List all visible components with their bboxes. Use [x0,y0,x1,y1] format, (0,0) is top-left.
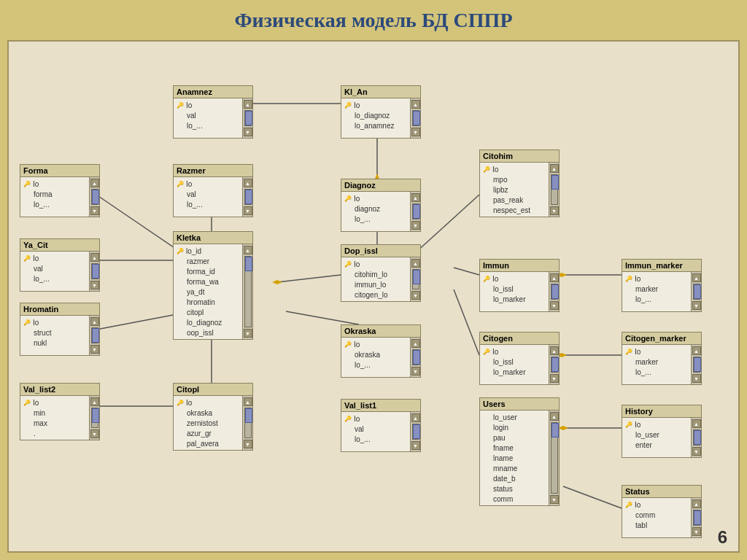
scroll-down-button[interactable]: ▼ [692,447,701,456]
scroll-thumb[interactable] [551,423,559,438]
scroll-thumb[interactable] [92,190,99,204]
table-scrollbar[interactable]: ▲▼ [691,272,701,311]
table-razmer[interactable]: Razmer🔑Iovallo_...▲▼ [173,164,253,217]
table-history[interactable]: History🔑Iolo_userenter▲▼ [622,405,702,458]
scroll-thumb[interactable] [551,357,559,372]
table-users[interactable]: Userslo_userloginpaufnamelnamemnamedate_… [479,397,560,506]
scroll-up-button[interactable]: ▲ [550,164,559,173]
scroll-up-button[interactable]: ▲ [692,499,701,508]
table-status[interactable]: Status🔑Iocommtabl▲▼ [622,485,702,538]
table-scrollbar[interactable]: ▲▼ [691,418,701,457]
scroll-thumb[interactable] [551,175,559,190]
scroll-thumb[interactable] [413,111,420,125]
table-hromatin[interactable]: Hromatin🔑Iostructnukl▲▼ [20,303,100,356]
scroll-up-button[interactable]: ▲ [411,193,420,202]
table-kl_an[interactable]: Kl_An🔑Iolo_diagnozlo_anamnez▲▼ [341,85,421,139]
table-dop_issl[interactable]: Dop_issl🔑Iocitohim_loimmun_locitogen_lo▲… [341,244,421,302]
scroll-up-button[interactable]: ▲ [244,179,252,187]
scroll-up-button[interactable]: ▲ [244,246,252,254]
table-anamnez[interactable]: Anamnez🔑Iovallo_...▲▼ [173,85,253,139]
table-immun_marker[interactable]: Immun_marker🔑Iomarkerlo_...▲▼ [622,259,702,312]
scroll-down-button[interactable]: ▼ [90,429,99,438]
scroll-down-button[interactable]: ▼ [692,527,701,536]
scroll-thumb[interactable] [245,111,252,125]
scroll-thumb[interactable] [694,284,701,299]
scroll-down-button[interactable]: ▼ [550,206,559,215]
scroll-up-button[interactable]: ▲ [692,273,701,282]
scroll-down-button[interactable]: ▼ [411,128,420,136]
table-okraska[interactable]: Okraska🔑Iookraskalo_...▲▼ [341,324,421,378]
scroll-up-button[interactable]: ▲ [411,339,420,348]
table-scrollbar[interactable]: ▲▼ [410,338,420,377]
table-scrollbar[interactable]: ▲▼ [549,411,559,505]
scroll-up-button[interactable]: ▲ [244,397,252,406]
scroll-thumb[interactable] [245,408,252,423]
scroll-thumb[interactable] [413,270,420,284]
table-immun[interactable]: Immun🔑Iolo_issllo_marker▲▼ [479,259,560,312]
scroll-down-button[interactable]: ▼ [411,441,420,450]
table-scrollbar[interactable]: ▲▼ [691,345,701,384]
scroll-down-button[interactable]: ▼ [244,440,252,448]
scroll-up-button[interactable]: ▲ [550,346,559,355]
scroll-thumb[interactable] [694,430,701,445]
scroll-down-button[interactable]: ▼ [411,367,420,376]
scroll-up-button[interactable]: ▲ [90,179,99,187]
table-val_list2[interactable]: Val_list2🔑Iominmax.▲▼ [20,383,100,440]
table-scrollbar[interactable]: ▲▼ [89,177,99,217]
table-scrollbar[interactable]: ▲▼ [410,412,420,451]
scroll-down-button[interactable]: ▼ [411,291,420,300]
scroll-down-button[interactable]: ▼ [90,345,99,354]
scroll-down-button[interactable]: ▼ [550,495,559,504]
table-scrollbar[interactable]: ▲▼ [242,177,252,217]
scroll-down-button[interactable]: ▼ [90,206,99,215]
table-scrollbar[interactable]: ▲▼ [242,396,252,450]
table-scrollbar[interactable]: ▲▼ [549,163,559,217]
scroll-down-button[interactable]: ▼ [550,374,559,383]
scroll-down-button[interactable]: ▼ [411,221,420,230]
table-citogen_marker[interactable]: Citogen_marker🔑Iomarkerlo_...▲▼ [622,332,702,385]
scroll-thumb[interactable] [694,510,701,525]
table-scrollbar[interactable]: ▲▼ [691,498,701,537]
table-scrollbar[interactable]: ▲▼ [410,192,420,231]
scroll-thumb[interactable] [413,424,420,439]
scroll-up-button[interactable]: ▲ [550,412,559,421]
scroll-up-button[interactable]: ▲ [90,253,99,262]
scroll-up-button[interactable]: ▲ [411,100,420,109]
table-val_list1[interactable]: Val_list1🔑Iovallo_...▲▼ [341,399,421,452]
scroll-down-button[interactable]: ▼ [692,374,701,383]
scroll-thumb[interactable] [92,264,99,279]
table-scrollbar[interactable]: ▲▼ [410,98,420,138]
scroll-up-button[interactable]: ▲ [90,397,99,406]
scroll-thumb[interactable] [245,190,252,204]
table-citogen[interactable]: Citogen🔑Iolo_issllo_marker▲▼ [479,332,560,385]
scroll-up-button[interactable]: ▲ [692,419,701,428]
scroll-up-button[interactable]: ▲ [90,317,99,326]
table-ya_cit[interactable]: Ya_Cit🔑Iovallo_...▲▼ [20,238,100,292]
table-scrollbar[interactable]: ▲▼ [89,316,99,355]
table-scrollbar[interactable]: ▲▼ [549,272,559,311]
table-citohim[interactable]: Citohim🔑Iompolipbzpas_reaknespec_est▲▼ [479,149,560,217]
table-kletka[interactable]: Kletka🔑lo_idrazmerforma_idforma_waya_dth… [173,231,253,340]
scroll-up-button[interactable]: ▲ [411,259,420,268]
table-scrollbar[interactable]: ▲▼ [89,252,99,291]
scroll-thumb[interactable] [551,284,559,299]
scroll-down-button[interactable]: ▼ [244,128,252,136]
table-diagnoz[interactable]: Diagnoz🔑Iodiagnozlo_...▲▼ [341,179,421,232]
scroll-thumb[interactable] [694,357,701,372]
scroll-up-button[interactable]: ▲ [550,273,559,282]
scroll-down-button[interactable]: ▼ [90,281,99,289]
scroll-up-button[interactable]: ▲ [411,413,420,422]
table-scrollbar[interactable]: ▲▼ [549,345,559,384]
scroll-thumb[interactable] [92,408,99,423]
scroll-up-button[interactable]: ▲ [244,100,252,109]
scroll-thumb[interactable] [413,204,420,219]
scroll-down-button[interactable]: ▼ [550,301,559,310]
table-citopl[interactable]: Citopl🔑Iookraskazernistostazur_grpal_ave… [173,383,253,451]
table-scrollbar[interactable]: ▲▼ [242,244,252,339]
scroll-thumb[interactable] [245,257,252,271]
table-scrollbar[interactable]: ▲▼ [410,257,420,301]
scroll-thumb[interactable] [92,328,99,343]
table-scrollbar[interactable]: ▲▼ [242,98,252,138]
scroll-thumb[interactable] [413,350,420,365]
table-forma[interactable]: Forma🔑Ioformalo_...▲▼ [20,164,100,217]
